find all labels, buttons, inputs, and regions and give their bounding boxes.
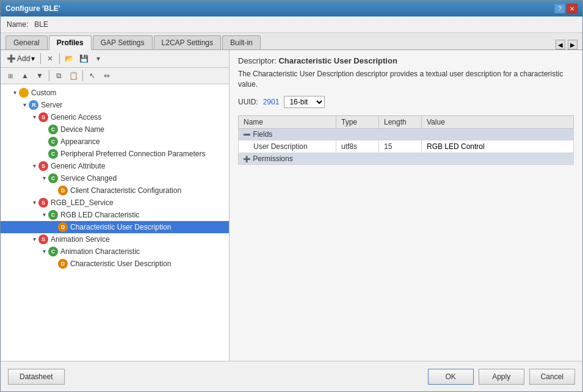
node-label: Characteristic User Description (70, 260, 171, 268)
bottom-bar: Datasheet OK Apply Cancel (1, 361, 582, 391)
fields-section-row[interactable]: ➖ Fields (239, 128, 574, 140)
expander[interactable]: ▾ (40, 211, 48, 219)
tree-node-char-user-desc[interactable]: D Characteristic User Description (1, 221, 229, 233)
node-label: Server (41, 101, 62, 109)
expand-button[interactable]: ⇔ (100, 69, 114, 82)
tab-prev-button[interactable]: ◀ (556, 40, 565, 49)
move-up-button[interactable]: ▲ (18, 69, 32, 82)
uuid-label: UUID: (238, 98, 258, 106)
separator-1 (40, 53, 41, 64)
tree-node-peripheral-preferred[interactable]: C Peripheral Preferred Connection Parame… (1, 148, 229, 160)
node-label: Client Characteristic Configuration (70, 186, 181, 195)
service-icon: S (38, 112, 48, 122)
delete-button[interactable]: ✕ (43, 52, 57, 65)
tree-node-service-changed[interactable]: ▾ C Service Changed (1, 172, 229, 184)
copy-button[interactable]: ⧉ (52, 69, 65, 82)
add-dropdown-icon: ▾ (31, 54, 35, 63)
tab-gap-settings[interactable]: GAP Settings (93, 35, 153, 49)
tree-node-device-name[interactable]: C Device Name (1, 123, 229, 136)
tree-node-custom[interactable]: ▾ Custom (1, 87, 229, 99)
bottom-right: OK Apply Cancel (428, 369, 575, 385)
expander[interactable]: ▾ (30, 235, 38, 244)
node-label: Generic Attribute (51, 162, 105, 170)
add-label: Add (17, 54, 30, 63)
tree-node-animation-service[interactable]: ▾ S Animation Service (1, 233, 229, 245)
uuid-row: UUID: 2901 16-bit 32-bit 128-bit (238, 96, 574, 108)
expander (49, 260, 58, 268)
char-icon: C (48, 125, 58, 134)
permissions-section-row[interactable]: ➕ Permissions (239, 153, 574, 164)
paste-button[interactable]: 📋 (67, 69, 80, 82)
ok-button[interactable]: OK (428, 369, 474, 385)
tree-node-generic-access[interactable]: ▾ S Generic Access (1, 111, 229, 123)
tree-node-rgb-led-char[interactable]: ▾ C RGB LED Characteristic (1, 209, 229, 221)
add-button[interactable]: ➕ Add ▾ (4, 53, 38, 65)
tree-node-rgb-led-service[interactable]: ▾ S RGB_LED_Service (1, 197, 229, 209)
apply-button[interactable]: Apply (479, 369, 524, 385)
tree-node-generic-attribute[interactable]: ▾ S Generic Attribute (1, 160, 229, 172)
tree-node-animation-char[interactable]: ▾ C Animation Characteristic (1, 245, 229, 258)
datasheet-button[interactable]: Datasheet (8, 369, 65, 385)
col-length: Length (379, 115, 422, 128)
desc-icon: D (58, 186, 68, 195)
expander[interactable]: ▾ (10, 89, 19, 97)
uuid-bits-select[interactable]: 16-bit 32-bit 128-bit (284, 96, 325, 108)
tree-node-server[interactable]: ▾ R Server (1, 99, 229, 111)
expander[interactable]: ▾ (40, 174, 48, 183)
field-value-cell: RGB LED Control (422, 140, 574, 153)
col-name: Name (239, 115, 336, 128)
descriptor-name: Characteristic User Description (278, 56, 397, 65)
tab-profiles[interactable]: Profiles (49, 35, 92, 50)
save-button[interactable]: 💾 (77, 52, 90, 65)
help-button[interactable]: ? (554, 4, 565, 13)
save-dropdown-button[interactable]: ▾ (92, 52, 105, 65)
fields-section-cell[interactable]: ➖ Fields (239, 128, 574, 140)
char-icon: C (48, 210, 58, 220)
expander[interactable]: ▾ (30, 198, 38, 207)
expander[interactable]: ▾ (20, 101, 29, 109)
cursor-button[interactable]: ↖ (85, 69, 99, 82)
tab-next-button[interactable]: ▶ (568, 40, 578, 49)
left-panel: ➕ Add ▾ ✕ 📂 💾 ▾ ⊞ ▲ ▼ ⧉ 📋 ↖ (1, 50, 230, 361)
expander[interactable]: ▾ (30, 162, 38, 170)
tab-builtin[interactable]: Built-in (222, 35, 261, 49)
folder-open-button[interactable]: 📂 (62, 52, 76, 65)
desc-icon: D (58, 259, 68, 269)
col-type: Type (336, 115, 379, 128)
move-down-button[interactable]: ▼ (33, 69, 46, 82)
right-panel: Descriptor: Characteristic User Descript… (230, 50, 582, 361)
field-type-cell: utf8s (336, 140, 379, 153)
expander[interactable]: ▾ (30, 113, 38, 122)
cancel-button[interactable]: Cancel (529, 369, 575, 385)
descriptor-label: Descriptor: (238, 56, 277, 65)
service-icon: S (38, 198, 48, 208)
permissions-section-cell[interactable]: ➕ Permissions (239, 153, 574, 164)
close-button[interactable]: ✕ (567, 4, 578, 13)
tree-node-client-char-config[interactable]: D Client Characteristic Configuration (1, 184, 229, 197)
node-label: Characteristic User Description (70, 223, 171, 231)
char-icon: C (48, 247, 58, 256)
tree-node-appearance[interactable]: C Appearance (1, 136, 229, 148)
tree-node-char-user-desc-2[interactable]: D Characteristic User Description (1, 258, 229, 270)
expander (40, 150, 48, 158)
select-all-button[interactable]: ⊞ (4, 69, 17, 82)
expander[interactable]: ▾ (40, 247, 48, 256)
toolbar-row1: ➕ Add ▾ ✕ 📂 💾 ▾ (1, 50, 229, 68)
expander (40, 125, 48, 134)
node-label: RGB_LED_Service (51, 198, 114, 207)
node-label: Service Changed (60, 174, 117, 183)
char-icon: C (48, 149, 58, 159)
separator-2 (59, 53, 60, 64)
fields-expander[interactable]: ➖ (242, 131, 251, 138)
tab-l2cap-settings[interactable]: L2CAP Settings (154, 35, 222, 49)
expander (40, 137, 48, 146)
tree-area[interactable]: ▾ Custom ▾ R Server ▾ (1, 84, 229, 361)
node-label: Generic Access (51, 113, 101, 122)
permissions-expander[interactable]: ➕ (242, 156, 251, 162)
tab-general[interactable]: General (5, 35, 48, 49)
table-row: User Description utf8s 15 RGB LED Contro… (239, 140, 574, 153)
title-bar-buttons: ? ✕ (554, 4, 578, 13)
toolbar-row2: ⊞ ▲ ▼ ⧉ 📋 ↖ ⇔ (1, 68, 229, 84)
tab-bar: General Profiles GAP Settings L2CAP Sett… (1, 33, 582, 50)
node-label: Device Name (60, 125, 104, 134)
